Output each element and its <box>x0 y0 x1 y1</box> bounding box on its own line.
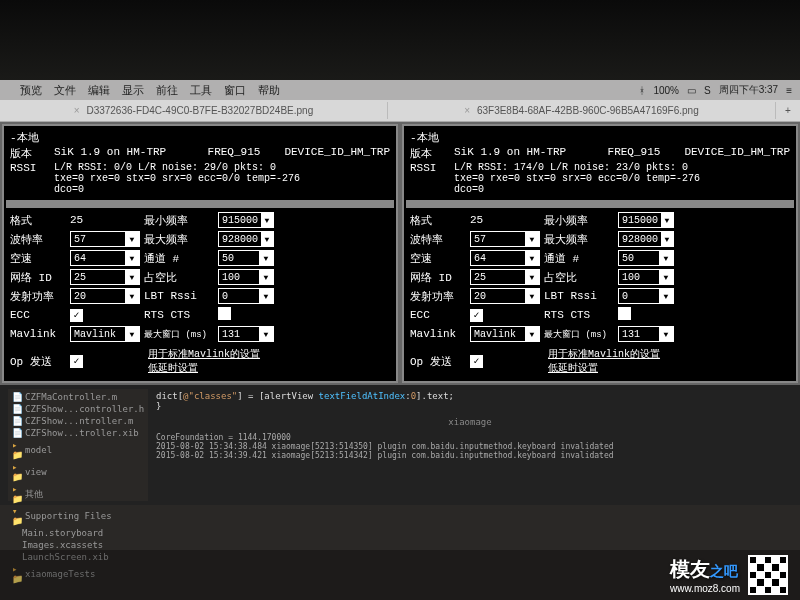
duty-dropdown[interactable]: 100▼ <box>218 269 274 285</box>
maxwindow-dropdown[interactable]: 131▼ <box>218 326 274 342</box>
opsend-label: Op 发送 <box>410 354 466 369</box>
lbt-dropdown[interactable]: 0▼ <box>618 288 674 304</box>
rts-checkbox[interactable] <box>218 307 231 320</box>
code-editor[interactable]: dict[@"classes"] = [alertView textFieldA… <box>148 389 792 501</box>
netid-dropdown[interactable]: 25▼ <box>470 269 540 285</box>
ecc-checkbox[interactable]: ✓ <box>470 309 483 322</box>
chevron-down-icon: ▼ <box>659 270 673 284</box>
folder-item[interactable]: ▾📁Supporting Files <box>10 505 146 527</box>
txpower-dropdown[interactable]: 20▼ <box>470 288 540 304</box>
file-navigator[interactable]: 📄CZFMaController.m 📄CZFShow...controller… <box>8 389 148 501</box>
local-label: -本地 <box>410 130 790 145</box>
xcode-area: 📄CZFMaController.m 📄CZFShow...controller… <box>0 385 800 505</box>
freq-label: FREQ_915 <box>608 146 661 158</box>
close-icon[interactable]: × <box>464 105 470 116</box>
tab-right-title: 63F3E8B4-68AF-42BB-960C-96B5A47169F6.png <box>477 105 699 116</box>
bluetooth-icon[interactable]: ᚼ <box>639 85 645 96</box>
menu-help[interactable]: 帮助 <box>258 83 280 98</box>
menu-s-icon[interactable]: S <box>704 85 711 96</box>
battery-icon: ▭ <box>687 85 696 96</box>
config-panel-right: -本地 版本 SiK 1.9 on HM-TRP FREQ_915 DEVICE… <box>402 124 798 383</box>
file-item[interactable]: 📄CZFShow...troller.xib <box>10 427 146 439</box>
footer-links[interactable]: 用于标准Mavlink的设置 低延时设置 <box>544 345 674 377</box>
menu-go[interactable]: 前往 <box>156 83 178 98</box>
airspeed-dropdown[interactable]: 64▼ <box>470 250 540 266</box>
chevron-down-icon: ▼ <box>259 327 273 341</box>
airspeed-dropdown[interactable]: 64▼ <box>70 250 140 266</box>
baud-dropdown[interactable]: 57▼ <box>70 231 140 247</box>
tab-right[interactable]: × 63F3E8B4-68AF-42BB-960C-96B5A47169F6.p… <box>388 102 776 119</box>
txpower-label: 发射功率 <box>410 289 466 304</box>
rts-label: RTS CTS <box>544 309 614 321</box>
file-item[interactable]: 📄CZFShow...ntroller.m <box>10 415 146 427</box>
menu-app[interactable]: 预览 <box>20 83 42 98</box>
chevron-down-icon: ▼ <box>125 327 139 341</box>
tab-left-title: D3372636-FD4C-49C0-B7FE-B32027BD24BE.png <box>86 105 313 116</box>
netid-dropdown[interactable]: 25▼ <box>70 269 140 285</box>
chevron-down-icon: ▼ <box>661 232 673 246</box>
chevron-down-icon: ▼ <box>125 289 139 303</box>
maxwindow-label: 最大窗口 (ms) <box>144 328 214 341</box>
channel-dropdown[interactable]: 50▼ <box>218 250 274 266</box>
lbt-dropdown[interactable]: 0▼ <box>218 288 274 304</box>
chevron-down-icon: ▼ <box>525 270 539 284</box>
version-label: 版本 <box>10 146 50 161</box>
menu-view[interactable]: 显示 <box>122 83 144 98</box>
channel-label: 通道 # <box>144 251 214 266</box>
watermark: 模友之吧 www.moz8.com <box>0 550 800 600</box>
monitor-frame <box>0 0 800 80</box>
device-id: DEVICE_ID_HM_TRP <box>284 146 390 158</box>
divider <box>6 200 394 208</box>
chevron-down-icon: ▼ <box>659 251 673 265</box>
minfreq-dropdown[interactable]: 915000▼ <box>618 212 674 228</box>
file-icon: 📄 <box>12 392 22 402</box>
maxfreq-dropdown[interactable]: 928000▼ <box>218 231 274 247</box>
minfreq-dropdown[interactable]: 915000▼ <box>218 212 274 228</box>
menu-window[interactable]: 窗口 <box>224 83 246 98</box>
opsend-checkbox[interactable]: ✓ <box>470 355 483 368</box>
console-line: CoreFoundation = 1144.170000 <box>156 433 784 442</box>
folder-item[interactable]: ▸📁其他 <box>10 483 146 505</box>
format-value: 25 <box>470 214 540 226</box>
menu-tools[interactable]: 工具 <box>190 83 212 98</box>
close-icon[interactable]: × <box>74 105 80 116</box>
divider <box>406 200 794 208</box>
tab-add-button[interactable]: + <box>776 105 800 116</box>
duty-dropdown[interactable]: 100▼ <box>618 269 674 285</box>
format-value: 25 <box>70 214 140 226</box>
maxwindow-dropdown[interactable]: 131▼ <box>618 326 674 342</box>
chevron-down-icon: ▼ <box>661 213 673 227</box>
opsend-checkbox[interactable]: ✓ <box>70 355 83 368</box>
file-item[interactable]: 📄CZFMaController.m <box>10 391 146 403</box>
airspeed-label: 空速 <box>10 251 66 266</box>
maxfreq-dropdown[interactable]: 928000▼ <box>618 231 674 247</box>
txpower-label: 发射功率 <box>10 289 66 304</box>
file-item[interactable]: 📄CZFShow...controller.h <box>10 403 146 415</box>
folder-item[interactable]: ▸📁view <box>10 461 146 483</box>
channel-dropdown[interactable]: 50▼ <box>618 250 674 266</box>
maxfreq-label: 最大频率 <box>544 232 614 247</box>
menu-edit[interactable]: 编辑 <box>88 83 110 98</box>
chevron-down-icon: ▼ <box>125 251 139 265</box>
ecc-checkbox[interactable]: ✓ <box>70 309 83 322</box>
format-label: 格式 <box>410 213 466 228</box>
menu-file[interactable]: 文件 <box>54 83 76 98</box>
chevron-down-icon: ▼ <box>659 327 673 341</box>
ecc-label: ECC <box>410 309 466 321</box>
rts-checkbox[interactable] <box>618 307 631 320</box>
txpower-dropdown[interactable]: 20▼ <box>70 288 140 304</box>
file-item[interactable]: Main.storyboard <box>10 527 146 539</box>
tab-left[interactable]: × D3372636-FD4C-49C0-B7FE-B32027BD24BE.p… <box>0 102 388 119</box>
folder-icon: ▸📁 <box>12 484 22 504</box>
rssi-label: RSSI <box>410 162 450 174</box>
version-value: SiK 1.9 on HM-TRP <box>454 146 566 158</box>
footer-links[interactable]: 用于标准Mavlink的设置 低延时设置 <box>144 345 274 377</box>
baud-dropdown[interactable]: 57▼ <box>470 231 540 247</box>
folder-item[interactable]: ▸📁model <box>10 439 146 461</box>
notification-icon[interactable]: ≡ <box>786 85 792 96</box>
mavlink-dropdown[interactable]: Mavlink▼ <box>470 326 540 342</box>
clock[interactable]: 周四下午3:37 <box>719 83 779 97</box>
file-icon: 📄 <box>12 416 22 426</box>
mavlink-dropdown[interactable]: Mavlink▼ <box>70 326 140 342</box>
chevron-down-icon: ▼ <box>125 232 139 246</box>
